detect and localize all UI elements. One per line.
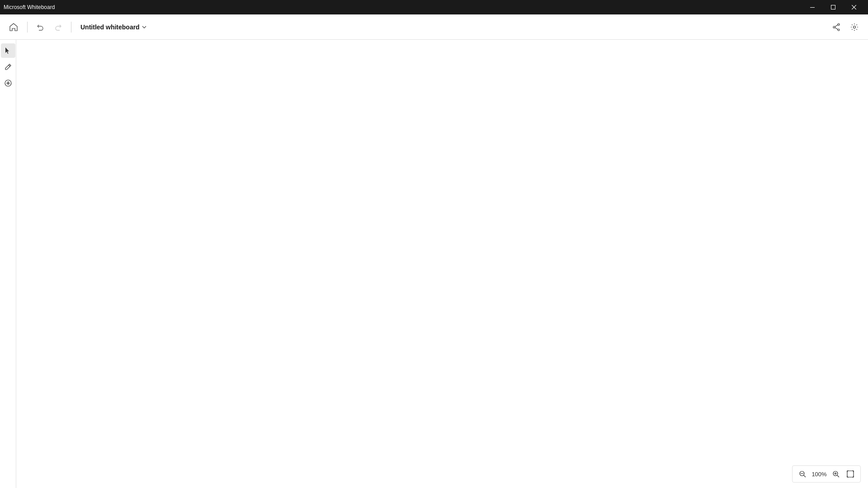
- svg-line-8: [835, 28, 838, 29]
- left-toolbar: [0, 40, 16, 488]
- app-bar-right: [828, 19, 863, 35]
- canvas-area[interactable]: 100%: [16, 40, 868, 488]
- zoom-controls: 100%: [792, 465, 861, 483]
- minimize-button[interactable]: [802, 0, 823, 14]
- zoom-in-button[interactable]: [830, 468, 842, 480]
- svg-line-11: [9, 65, 10, 66]
- undo-icon: [37, 23, 44, 31]
- home-icon: [9, 23, 18, 31]
- close-button[interactable]: [844, 0, 864, 14]
- app-title: Microsoft Whiteboard: [4, 4, 55, 10]
- title-bar: Microsoft Whiteboard: [0, 0, 868, 14]
- toolbar-divider: [27, 22, 28, 33]
- toolbar-divider-2: [71, 22, 71, 33]
- svg-line-17: [804, 475, 806, 477]
- restore-button[interactable]: [823, 0, 844, 14]
- whiteboard-title-container[interactable]: Untitled whiteboard: [77, 22, 151, 33]
- add-icon: [5, 80, 12, 87]
- select-icon: [5, 47, 12, 54]
- settings-icon: [850, 23, 859, 31]
- svg-point-5: [838, 29, 840, 31]
- share-icon: [832, 23, 840, 31]
- pen-tool-button[interactable]: [1, 60, 15, 74]
- chevron-down-icon: [142, 24, 147, 30]
- zoom-level: 100%: [811, 471, 828, 478]
- svg-rect-1: [831, 5, 835, 9]
- zoom-out-icon: [799, 470, 806, 478]
- redo-icon: [55, 23, 62, 31]
- zoom-in-icon: [832, 470, 840, 478]
- fit-to-screen-icon: [847, 470, 854, 478]
- share-button[interactable]: [828, 19, 844, 35]
- main-area: 100%: [0, 40, 868, 488]
- fit-to-screen-button[interactable]: [844, 468, 857, 480]
- svg-marker-10: [5, 47, 9, 54]
- svg-line-21: [837, 475, 839, 477]
- home-button[interactable]: [5, 19, 22, 35]
- svg-point-6: [833, 26, 835, 28]
- settings-button[interactable]: [846, 19, 863, 35]
- svg-rect-22: [847, 471, 854, 477]
- select-tool-button[interactable]: [1, 43, 15, 58]
- svg-point-4: [838, 23, 840, 25]
- zoom-out-button[interactable]: [796, 468, 809, 480]
- svg-rect-0: [810, 7, 815, 8]
- window-controls: [802, 0, 864, 14]
- svg-point-9: [854, 26, 856, 28]
- whiteboard-title: Untitled whiteboard: [80, 23, 140, 31]
- svg-line-7: [835, 25, 838, 27]
- add-button[interactable]: [1, 76, 15, 90]
- redo-button[interactable]: [51, 20, 66, 34]
- app-bar: Untitled whiteboard: [0, 14, 868, 40]
- undo-button[interactable]: [33, 20, 47, 34]
- pen-icon: [5, 63, 12, 70]
